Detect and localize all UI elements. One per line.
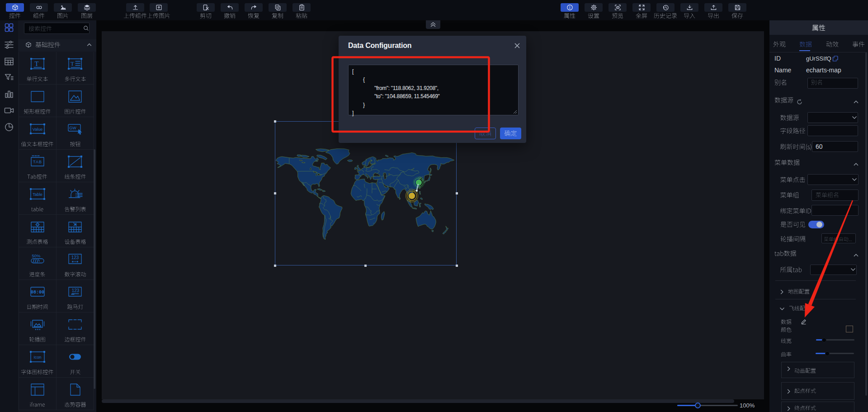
svg-text:50%: 50% (32, 253, 41, 258)
svg-text:T: T (34, 60, 38, 67)
svg-text:08:00: 08:00 (31, 290, 44, 295)
svg-text:Icon: Icon (33, 355, 41, 360)
svg-text:T: T (71, 60, 74, 67)
svg-text:TAB: TAB (33, 160, 42, 164)
svg-text:123: 123 (71, 255, 79, 260)
svg-text:Value: Value (33, 127, 42, 132)
svg-text:GW: GW (69, 126, 76, 130)
svg-text:Table: Table (33, 192, 42, 197)
svg-text:123: 123 (71, 288, 79, 293)
